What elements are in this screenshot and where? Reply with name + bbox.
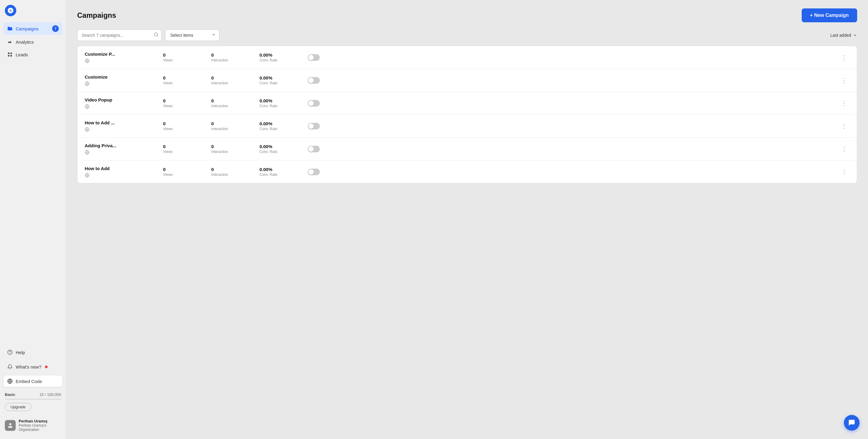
more-col: ⋮	[839, 53, 849, 62]
campaign-toggle[interactable]	[308, 77, 320, 84]
interaction-value: 0	[211, 53, 259, 58]
campaign-name: How to Add ...	[85, 120, 163, 125]
more-button[interactable]: ⋮	[839, 98, 849, 108]
conv-rate-label: Conv. Rate	[259, 58, 308, 62]
bell-icon	[7, 364, 13, 369]
interaction-value: 0	[211, 98, 259, 103]
sidebar-item-help-label: Help	[16, 350, 25, 355]
new-campaign-button[interactable]: + New Campaign	[802, 8, 857, 22]
search-wrapper	[77, 30, 161, 41]
campaign-name-col: Adding Priva...	[85, 143, 163, 155]
sidebar-item-help[interactable]: Help	[4, 346, 62, 358]
campaign-list: Customize P... 0 Views 0 Interaction 0.0…	[77, 46, 857, 183]
campaign-name: Video Popup	[85, 97, 163, 102]
more-col: ⋮	[839, 75, 849, 85]
sidebar-item-whats-new-label: What's new?	[16, 364, 41, 369]
table-row[interactable]: Video Popup 0 Views 0 Interaction 0.00% …	[78, 92, 857, 115]
sidebar-item-analytics[interactable]: Analytics	[4, 36, 62, 47]
page-title: Campaigns	[77, 11, 116, 20]
toggle-col	[308, 54, 326, 61]
campaign-name-col: How to Add ...	[85, 120, 163, 132]
interaction-col: 0 Interaction	[211, 167, 259, 177]
sidebar-nav: Campaigns 7 Analytics Leads	[4, 22, 62, 342]
conv-rate-col: 0.00% Conv. Rate	[259, 167, 308, 177]
user-info: Perihan Uramış Perihan Uramış's Organiza…	[19, 419, 61, 432]
sidebar-item-embed-code[interactable]: Embed Code	[4, 375, 62, 387]
items-select[interactable]: Select items	[165, 30, 219, 41]
user-name: Perihan Uramış	[19, 419, 61, 423]
table-row[interactable]: Adding Priva... 0 Views 0 Interaction 0.…	[78, 138, 857, 161]
sort-label: Last added	[830, 33, 851, 38]
toggle-col	[308, 77, 326, 84]
interaction-label: Interaction	[211, 58, 259, 62]
whats-new-dot	[45, 366, 48, 368]
campaign-name: Adding Priva...	[85, 143, 163, 148]
campaign-name: Customize	[85, 74, 163, 79]
table-row[interactable]: How to Add 0 Views 0 Interaction 0.00% C…	[78, 161, 857, 183]
conv-rate-label: Conv. Rate	[259, 127, 308, 131]
campaign-name-col: Customize P...	[85, 52, 163, 63]
main-content: Campaigns + New Campaign Select items La…	[66, 0, 868, 439]
search-icon	[154, 32, 158, 38]
table-row[interactable]: Customize 0 Views 0 Interaction 0.00% Co…	[78, 69, 857, 92]
campaign-toggle[interactable]	[308, 169, 320, 175]
views-value: 0	[163, 75, 211, 80]
conv-rate-label: Conv. Rate	[259, 172, 308, 177]
globe-icon	[85, 59, 163, 63]
conv-rate-col: 0.00% Conv. Rate	[259, 53, 308, 62]
chat-button[interactable]	[844, 415, 860, 431]
views-col: 0 Views	[163, 144, 211, 154]
toggle-col	[308, 123, 326, 130]
more-button[interactable]: ⋮	[839, 167, 849, 177]
globe-icon	[85, 104, 163, 109]
sidebar-item-embed-code-label: Embed Code	[16, 379, 42, 384]
campaign-toggle[interactable]	[308, 100, 320, 107]
sort-button[interactable]: Last added	[830, 33, 857, 38]
conv-rate-value: 0.00%	[259, 53, 308, 58]
svg-point-5	[10, 353, 10, 354]
campaign-name-col: Customize	[85, 74, 163, 86]
svg-rect-2	[8, 55, 9, 57]
upgrade-button[interactable]: Upgrade	[5, 403, 31, 411]
views-label: Views	[163, 150, 211, 154]
conv-rate-value: 0.00%	[259, 75, 308, 80]
more-button[interactable]: ⋮	[839, 121, 849, 131]
views-label: Views	[163, 58, 211, 62]
sidebar-item-whats-new[interactable]: What's new?	[4, 361, 62, 372]
conv-rate-label: Conv. Rate	[259, 104, 308, 108]
interaction-col: 0 Interaction	[211, 144, 259, 154]
table-row[interactable]: How to Add ... 0 Views 0 Interaction 0.0…	[78, 115, 857, 138]
sidebar-item-campaigns[interactable]: Campaigns 7	[4, 22, 62, 35]
interaction-value: 0	[211, 167, 259, 172]
interaction-value: 0	[211, 121, 259, 126]
search-input[interactable]	[77, 30, 161, 41]
interaction-label: Interaction	[211, 172, 259, 177]
views-col: 0 Views	[163, 98, 211, 108]
views-value: 0	[163, 121, 211, 126]
views-value: 0	[163, 53, 211, 58]
conv-rate-col: 0.00% Conv. Rate	[259, 121, 308, 131]
conv-rate-col: 0.00% Conv. Rate	[259, 75, 308, 85]
avatar	[5, 420, 16, 431]
app-logo[interactable]	[5, 5, 16, 16]
campaign-toggle[interactable]	[308, 123, 320, 130]
globe-icon	[85, 150, 163, 155]
interaction-label: Interaction	[211, 81, 259, 85]
globe-icon	[85, 81, 163, 86]
sidebar-item-leads[interactable]: Leads	[4, 49, 62, 60]
more-button[interactable]: ⋮	[839, 75, 849, 85]
analytics-icon	[7, 39, 13, 44]
user-org: Perihan Uramış's Organization	[19, 423, 61, 432]
more-col: ⋮	[839, 144, 849, 154]
more-button[interactable]: ⋮	[839, 53, 849, 62]
plan-usage: 15 / 100.000	[39, 392, 61, 397]
campaign-toggle[interactable]	[308, 146, 320, 153]
table-row[interactable]: Customize P... 0 Views 0 Interaction 0.0…	[78, 46, 857, 69]
more-button[interactable]: ⋮	[839, 144, 849, 154]
sidebar-item-analytics-label: Analytics	[16, 39, 34, 44]
conv-rate-label: Conv. Rate	[259, 150, 308, 154]
select-wrapper: Select items	[165, 30, 219, 41]
interaction-label: Interaction	[211, 127, 259, 131]
campaign-toggle[interactable]	[308, 54, 320, 61]
conv-rate-label: Conv. Rate	[259, 81, 308, 85]
